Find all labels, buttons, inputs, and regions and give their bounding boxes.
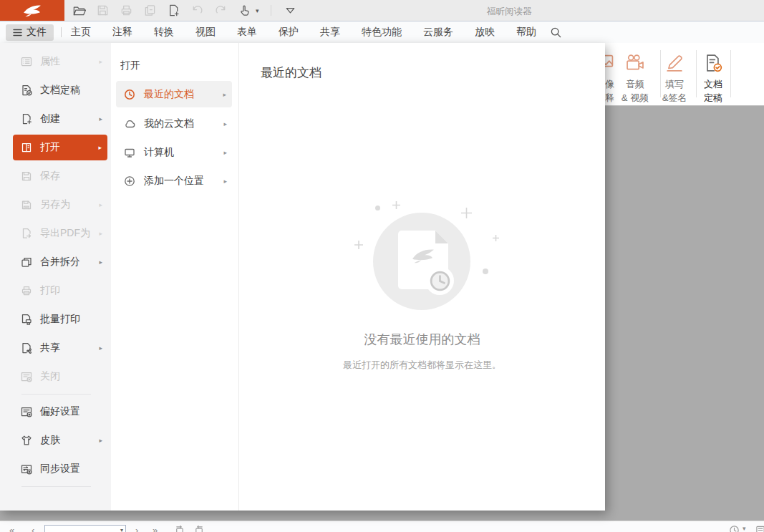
layout-icon[interactable] bbox=[755, 525, 764, 532]
item-label: 打开 bbox=[40, 141, 60, 154]
submenu-arrow-icon: ▸ bbox=[99, 344, 102, 352]
tab-protect[interactable]: 保护 bbox=[279, 26, 299, 39]
tab-home[interactable]: 主页 bbox=[71, 26, 91, 39]
close-document-icon bbox=[20, 370, 33, 383]
fill-sign-icon bbox=[654, 49, 695, 77]
swallow-icon bbox=[21, 3, 43, 19]
item-label: 创建 bbox=[40, 112, 60, 125]
last-page-button[interactable]: » bbox=[153, 525, 158, 532]
open-item-computer[interactable]: 计算机 ▸ bbox=[111, 138, 238, 167]
reading-timer-icon[interactable] bbox=[729, 525, 740, 532]
ribbon-group-audio-video[interactable]: 音频 & 视频 bbox=[615, 49, 655, 104]
open-submenu-panel: 打开 最近的文档 ▸ 我的云文档 ▸ 计算机 ▸ 添加一个位置 ▸ bbox=[111, 43, 239, 511]
computer-icon bbox=[123, 146, 136, 159]
properties-icon bbox=[20, 55, 33, 68]
tab-comment[interactable]: 注释 bbox=[112, 26, 132, 39]
file-menu-item-doc-finalize[interactable]: 文档定稿 bbox=[0, 76, 111, 105]
rotate-right-icon[interactable] bbox=[194, 525, 205, 532]
merge-split-icon bbox=[20, 256, 33, 269]
file-menu-item-batch-print[interactable]: 批量打印 bbox=[0, 305, 111, 334]
file-menu-item-close: 关闭 bbox=[0, 362, 111, 391]
save-icon bbox=[95, 3, 110, 19]
batch-print-icon bbox=[20, 313, 33, 326]
item-label: 添加一个位置 bbox=[144, 175, 204, 188]
print-icon bbox=[118, 3, 134, 19]
tab-convert[interactable]: 转换 bbox=[154, 26, 174, 39]
open-file-icon[interactable] bbox=[71, 3, 87, 19]
clock-icon bbox=[123, 88, 136, 101]
open-item-cloud-documents[interactable]: 我的云文档 ▸ bbox=[111, 110, 238, 138]
rotate-left-icon[interactable] bbox=[174, 525, 185, 532]
recent-clock-badge-icon bbox=[425, 266, 454, 295]
item-label: 我的云文档 bbox=[144, 117, 194, 130]
previous-page-button[interactable]: ‹ bbox=[32, 525, 34, 532]
tshirt-icon bbox=[20, 434, 33, 447]
print-icon bbox=[20, 284, 33, 297]
dot-decoration bbox=[483, 269, 488, 274]
add-location-icon bbox=[123, 175, 136, 188]
redo-icon bbox=[213, 3, 228, 19]
window-title: 福昕阅读器 bbox=[487, 6, 532, 18]
hand-tool-dropdown-arrow[interactable]: ▾ bbox=[256, 7, 259, 14]
file-menu-item-create[interactable]: 创建 ▸ bbox=[0, 105, 111, 133]
file-menu-sidebar: 属性 ▸ 文档定稿 创建 ▸ 打开 ▸ 保存 bbox=[0, 43, 111, 511]
menu-divider bbox=[21, 394, 91, 395]
tab-file[interactable]: 文件 bbox=[6, 24, 54, 41]
file-menu-item-preferences[interactable]: 偏好设置 bbox=[0, 397, 111, 426]
submenu-arrow-icon: ▸ bbox=[99, 437, 102, 444]
ribbon-group-doc-finalize[interactable]: 文档 定稿 bbox=[693, 49, 733, 104]
ribbon-group-fill-sign[interactable]: 填写 &签名 bbox=[654, 49, 695, 104]
item-label: 另存为 bbox=[40, 198, 70, 211]
page-number-input[interactable]: ▾ bbox=[44, 525, 126, 532]
first-page-button[interactable]: « bbox=[9, 525, 14, 532]
doc-finalize-icon bbox=[20, 84, 33, 97]
open-item-recent-documents[interactable]: 最近的文档 ▸ bbox=[116, 81, 232, 107]
file-tab-label: 文件 bbox=[26, 26, 47, 39]
tab-view[interactable]: 视图 bbox=[195, 26, 216, 39]
tab-cloud[interactable]: 云服务 bbox=[423, 26, 453, 39]
open-icon bbox=[20, 141, 33, 154]
file-menu-item-export-pdf: 导出PDF为 ▸ bbox=[0, 219, 111, 248]
item-label: 最近的文档 bbox=[144, 88, 194, 101]
empty-state-hint: 最近打开的所有文档都将显示在这里。 bbox=[239, 359, 605, 372]
item-label: 打印 bbox=[40, 284, 60, 297]
file-menu-panel: 属性 ▸ 文档定稿 创建 ▸ 打开 ▸ 保存 bbox=[0, 43, 605, 511]
preferences-icon bbox=[20, 405, 33, 418]
file-menu-item-share[interactable]: 共享 ▸ bbox=[0, 334, 111, 362]
tab-form[interactable]: 表单 bbox=[237, 26, 257, 39]
file-menu-item-skin[interactable]: 皮肤 ▸ bbox=[0, 426, 111, 455]
collapse-toolbar-icon[interactable] bbox=[283, 3, 299, 19]
submenu-arrow-icon: ▸ bbox=[223, 149, 227, 156]
search-icon[interactable] bbox=[550, 26, 562, 39]
file-menu-item-print: 打印 bbox=[0, 276, 111, 305]
tab-help[interactable]: 帮助 bbox=[516, 26, 536, 39]
submenu-arrow-icon: ▸ bbox=[99, 201, 102, 208]
quick-access-toolbar: ▾ bbox=[71, 0, 299, 21]
item-label: 合并拆分 bbox=[40, 256, 80, 269]
item-label: 批量打印 bbox=[40, 313, 80, 326]
file-menu-item-merge-split[interactable]: 合并拆分 ▸ bbox=[0, 248, 111, 276]
document-finalize-icon bbox=[693, 49, 733, 77]
recent-documents-view: 最近的文档 没有最近使用的文档 bbox=[239, 43, 605, 511]
audio-video-icon bbox=[615, 49, 655, 77]
submenu-arrow-icon: ▸ bbox=[223, 120, 227, 127]
hand-tool-icon[interactable] bbox=[236, 3, 252, 19]
tab-features[interactable]: 特色功能 bbox=[362, 26, 402, 39]
item-label: 皮肤 bbox=[40, 434, 60, 447]
menubar-tabs: 主页 注释 转换 视图 表单 保护 共享 特色功能 云服务 放映 帮助 bbox=[71, 26, 536, 39]
ribbon-group-label: 音频 bbox=[615, 79, 655, 90]
page-dropdown-arrow[interactable]: ▾ bbox=[120, 527, 123, 532]
open-item-add-location[interactable]: 添加一个位置 ▸ bbox=[111, 167, 238, 195]
new-document-icon[interactable] bbox=[165, 3, 181, 19]
tab-slideshow[interactable]: 放映 bbox=[475, 26, 495, 39]
timer-dropdown-arrow[interactable]: ▾ bbox=[743, 525, 746, 532]
file-menu-item-open[interactable]: 打开 ▸ bbox=[13, 135, 107, 160]
file-menu-item-sync-settings[interactable]: 同步设置 bbox=[0, 455, 111, 483]
next-page-button[interactable]: › bbox=[135, 525, 138, 532]
ribbon-group-label: &签名 bbox=[654, 92, 695, 104]
submenu-arrow-icon: ▸ bbox=[99, 258, 102, 266]
export-pdf-icon bbox=[20, 227, 33, 240]
ribbon-group-label: & 视频 bbox=[615, 92, 655, 104]
tab-share[interactable]: 共享 bbox=[320, 26, 340, 39]
submenu-arrow-icon: ▸ bbox=[99, 58, 102, 65]
